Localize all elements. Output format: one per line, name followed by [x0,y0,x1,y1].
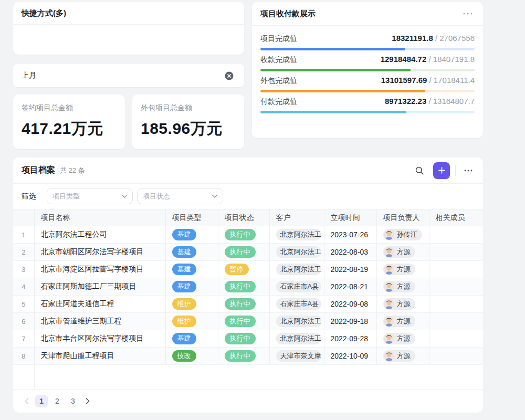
table-row[interactable]: 6北京市管道维护三期工程维护执行中北京阿尔法工程2022-09-18方源 [13,313,483,330]
project-status-select[interactable]: 项目状态 [137,188,223,204]
owner-cell: 孙传江 [376,226,429,244]
start-date-cell: 2022-08-19 [324,261,376,278]
table-row[interactable]: 8天津市爬山服工程项目技改执行中天津市奈文摩2022-10-09方源 [13,348,483,365]
type-badge: 技改 [172,350,196,362]
next-page-button[interactable] [82,395,93,407]
project-status-cell: 暂停 [218,261,269,278]
avatar [384,281,394,292]
type-badge: 基建 [172,246,196,258]
progress-value: 13101597.69 / 17018411.4 [381,76,475,85]
table-row[interactable]: 4石家庄阿斯加德工厂三期项目基建执行中石家庄市A县2022-08-21方源 [13,278,483,296]
members-cell [429,330,483,348]
project-type-select[interactable]: 项目类型 [47,188,133,204]
client-cell: 北京阿尔法工程 [269,244,324,261]
client-chip: 北京阿尔法工程 [276,333,321,344]
owner-name: 方源 [397,299,411,309]
project-name-cell: 北京阿尔法工程公司 [34,226,165,244]
members-cell [429,244,483,261]
project-status-cell: 执行中 [218,348,269,365]
select-placeholder: 项目类型 [52,192,122,201]
project-name-cell: 石家庄阿斯加德工厂三期项目 [34,278,165,296]
project-name-cell: 石家庄阿道夫通信工程 [34,296,165,313]
search-button[interactable] [412,163,427,178]
filter-label: 筛选 [22,192,36,201]
owner-name: 方源 [397,265,411,274]
owner-name: 孙传江 [397,230,417,239]
members-cell [429,313,483,330]
column-header: 相关成员 [429,209,483,226]
payment-more-button[interactable] [461,10,475,17]
row-index: 4 [13,278,34,296]
progress-value: 8971322.23 / 13164807.7 [385,97,475,106]
empty-cell [34,365,483,389]
plus-icon [438,166,446,174]
project-status-cell: 执行中 [218,278,269,296]
table-toolbar: 项目档案 共 22 条 [13,158,483,184]
page-button-1[interactable]: 1 [35,395,48,407]
progress-label: 收款完成值 [260,55,297,65]
table-row[interactable]: 5石家庄阿道夫通信工程维护执行中石家庄市A县2022-09-08方源 [13,296,483,313]
project-name-cell: 北京市海淀区阿拉蕾写字楼项目 [34,261,165,278]
status-badge: 执行中 [225,229,256,240]
row-index: 1 [13,226,34,244]
payment-display-card: 项目收付款展示 项目完成值18321191.8 / 27067556收款完成值1… [252,2,483,138]
avatar [384,229,394,240]
prev-page-button[interactable] [22,395,32,407]
project-type-cell: 基建 [165,226,218,244]
owner-chip: 孙传江 [383,229,422,240]
avatar [384,351,394,361]
page-button-2[interactable]: 2 [51,395,64,407]
table-more-button[interactable] [461,163,476,178]
chevron-down-icon [212,195,217,198]
table-row[interactable]: 2北京市朝阳区阿尔法写字楼项目基建执行中北京阿尔法工程2022-08-03方源 [13,244,483,261]
shortcut-card-header: 快捷方式(多) [13,2,244,25]
progress-fill [260,111,406,113]
project-name-cell: 天津市爬山服工程项目 [34,348,165,365]
row-index: 8 [13,348,34,365]
table-row[interactable]: 7北京市丰台区阿尔法写字楼项目基建执行中北京阿尔法工程2022-09-28方源 [13,330,483,348]
owner-name: 方源 [397,247,411,257]
add-record-button[interactable] [433,162,450,179]
progress-fill [260,69,411,71]
client-cell: 北京阿尔法工程 [269,330,324,348]
record-count: 共 22 条 [60,166,85,175]
page-button-3[interactable]: 3 [67,395,79,407]
members-cell [429,278,483,296]
client-chip: 天津市奈文摩 [276,350,321,362]
progress-track [260,111,475,113]
client-cell: 北京阿尔法工程 [269,261,324,278]
start-date-cell: 2022-09-28 [324,330,376,348]
pagination: 123 [13,389,483,413]
clear-filter-button[interactable] [223,71,236,80]
table-title: 项目档案 [22,165,55,176]
owner-cell: 方源 [376,261,429,278]
project-type-cell: 基建 [165,330,218,348]
owner-chip: 方源 [383,333,415,344]
type-badge: 维护 [172,298,196,310]
close-circle-icon [225,71,234,80]
owner-chip: 方源 [383,316,415,327]
progress-track [260,69,475,71]
client-cell: 天津市奈文摩 [269,348,324,365]
empty-index-cell [13,365,34,389]
members-cell [429,296,483,313]
project-type-cell: 基建 [165,244,218,261]
avatar [384,316,394,327]
select-placeholder: 项目状态 [143,192,212,201]
client-chip: 北京阿尔法工程 [276,264,321,275]
row-index: 3 [13,261,34,278]
client-chip: 北京阿尔法工程 [276,229,321,240]
project-type-cell: 维护 [165,313,218,330]
quick-filter-bar[interactable]: 上月 [13,64,244,87]
progress-value: 18321191.8 / 27067556 [392,34,475,43]
payment-progress-row: 收款完成值12918484.72 / 18407191.8 [260,55,475,71]
start-date-cell: 2023-07-26 [324,226,376,244]
metric-label: 签约项目总金额 [22,103,117,113]
project-status-cell: 执行中 [218,330,269,348]
empty-row [13,365,483,389]
start-date-cell: 2022-09-08 [324,296,376,313]
table-row[interactable]: 3北京市海淀区阿拉蕾写字楼项目基建暂停北京阿尔法工程2022-08-19方源 [13,261,483,278]
owner-chip: 方源 [383,264,415,275]
table-row[interactable]: 1北京阿尔法工程公司基建执行中北京阿尔法工程2023-07-26孙传江 [13,226,483,244]
owner-chip: 方源 [383,298,415,310]
